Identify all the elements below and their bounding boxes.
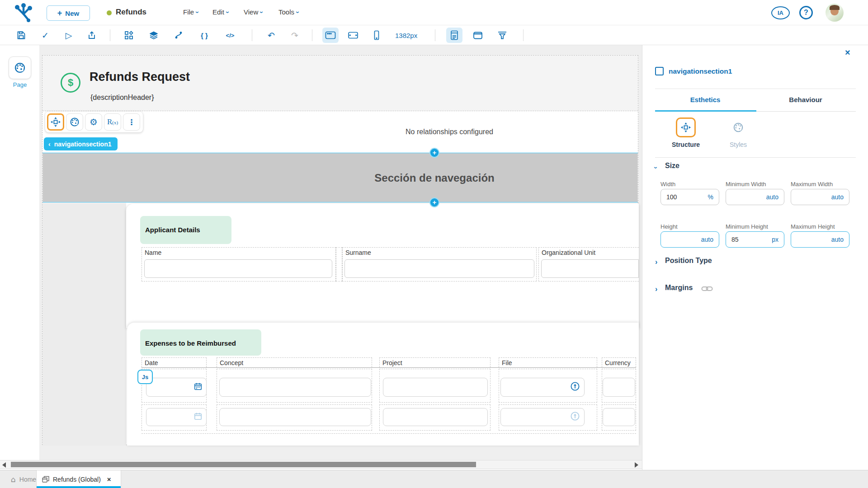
device-phone-button[interactable] bbox=[369, 28, 384, 43]
panel-close-icon[interactable]: × bbox=[845, 48, 850, 57]
subtab-structure-icon-button[interactable] bbox=[676, 117, 696, 137]
link-chain-icon[interactable] bbox=[701, 285, 713, 294]
min-width-field[interactable]: auto bbox=[726, 189, 784, 205]
height-input[interactable] bbox=[661, 232, 719, 247]
menu-tools[interactable]: Tools › bbox=[278, 8, 299, 16]
subtab-styles-label[interactable]: Styles bbox=[718, 141, 759, 148]
new-button[interactable]: + New bbox=[47, 5, 90, 21]
date-input-row1[interactable] bbox=[146, 378, 207, 397]
date-input-row2[interactable] bbox=[146, 408, 207, 426]
currency-input-row2[interactable] bbox=[603, 408, 635, 426]
margins-section-header[interactable]: Margins bbox=[665, 284, 693, 292]
col-header-date[interactable]: Date bbox=[142, 357, 207, 367]
name-input[interactable] bbox=[144, 259, 332, 278]
file-input-row2[interactable] bbox=[500, 408, 585, 426]
layers-button[interactable] bbox=[146, 28, 161, 43]
user-avatar[interactable] bbox=[826, 4, 844, 22]
project-input-row1[interactable] bbox=[383, 378, 488, 397]
applicant-section-header[interactable]: Applicant Details bbox=[140, 216, 231, 244]
device-desktop-button[interactable] bbox=[322, 28, 339, 43]
insert-below-handle[interactable]: + bbox=[429, 197, 439, 207]
export-share-button[interactable] bbox=[84, 28, 99, 43]
navigation-section-widget[interactable]: Sección de navegación bbox=[42, 153, 638, 202]
canvas-horizontal-scrollbar[interactable] bbox=[0, 460, 642, 469]
file-input-row1[interactable] bbox=[500, 378, 585, 397]
concept-input-row1[interactable] bbox=[219, 378, 371, 397]
viewport-width-value[interactable]: 1382px bbox=[395, 32, 417, 39]
col-header-concept[interactable]: Concept bbox=[217, 357, 372, 367]
view-window-button[interactable] bbox=[470, 28, 486, 43]
app-logo[interactable] bbox=[13, 2, 34, 26]
source-code-button[interactable]: </> bbox=[222, 28, 238, 43]
field-gap-cell[interactable] bbox=[336, 247, 342, 282]
min-height-field[interactable]: px bbox=[726, 231, 784, 248]
min-width-input[interactable] bbox=[726, 189, 784, 205]
scrollbar-thumb[interactable] bbox=[11, 462, 476, 467]
concept-input-row2[interactable] bbox=[219, 408, 371, 426]
size-section-header[interactable]: Size bbox=[665, 162, 679, 170]
col-header-file[interactable]: File bbox=[499, 357, 597, 367]
upload-icon[interactable] bbox=[570, 381, 580, 393]
settings-tool-button[interactable]: ⚙ bbox=[85, 113, 102, 131]
calendar-icon[interactable] bbox=[194, 382, 202, 392]
page-palette-button[interactable] bbox=[9, 56, 31, 79]
device-tablet-button[interactable] bbox=[345, 28, 361, 43]
orgunit-input[interactable] bbox=[541, 259, 639, 278]
menu-view[interactable]: View › bbox=[244, 8, 263, 16]
width-input[interactable] bbox=[661, 189, 719, 205]
currency-input-row1[interactable] bbox=[603, 378, 635, 397]
tab-esthetics[interactable]: Esthetics bbox=[655, 96, 755, 103]
tab-close-icon[interactable]: × bbox=[107, 475, 111, 483]
flow-connections-button[interactable] bbox=[171, 28, 186, 43]
structure-tool-button[interactable] bbox=[47, 113, 64, 131]
width-field[interactable]: % bbox=[660, 189, 719, 205]
expenses-section-header[interactable]: Expenses to be Reimbursed bbox=[140, 329, 261, 356]
tab-behaviour[interactable]: Behaviour bbox=[755, 96, 856, 103]
view-form-button[interactable] bbox=[446, 28, 462, 43]
element-checkbox[interactable] bbox=[655, 67, 664, 75]
page-under-edit[interactable]: $ Refunds Request {descriptionHeader} bbox=[42, 55, 638, 445]
min-height-input[interactable] bbox=[726, 232, 784, 247]
save-button[interactable] bbox=[14, 28, 29, 43]
subtab-structure-label[interactable]: Structure bbox=[665, 141, 706, 148]
chevron-right-icon[interactable]: › bbox=[655, 258, 657, 266]
chevron-left-icon: ‹ bbox=[48, 141, 51, 148]
col-header-project[interactable]: Project bbox=[379, 357, 491, 367]
redo-button[interactable]: ↷ bbox=[287, 28, 302, 43]
js-event-badge[interactable]: Js bbox=[137, 370, 153, 384]
more-options-button[interactable]: ⋮ bbox=[123, 113, 140, 131]
scroll-left-arrow[interactable] bbox=[2, 462, 6, 468]
selection-tag-navigationsection1[interactable]: ‹ navigationsection1 bbox=[44, 137, 118, 150]
filter-funnel-button[interactable] bbox=[495, 28, 510, 43]
menu-edit[interactable]: Edit › bbox=[212, 8, 229, 16]
left-rail: Page bbox=[0, 45, 39, 461]
styles-tool-button[interactable] bbox=[66, 113, 83, 131]
variables-braces-button[interactable]: { } bbox=[197, 28, 212, 43]
max-height-label: Maximum Height bbox=[791, 223, 835, 230]
subtab-styles-icon-button[interactable] bbox=[728, 117, 748, 137]
surname-input[interactable] bbox=[344, 259, 534, 278]
tab-refunds-global[interactable]: Refunds (Global) × bbox=[36, 470, 121, 488]
max-height-field[interactable]: auto bbox=[791, 231, 849, 248]
components-blocks-button[interactable] bbox=[121, 28, 137, 43]
help-button[interactable]: ? bbox=[799, 6, 813, 19]
position-type-section-header[interactable]: Position Type bbox=[665, 257, 712, 265]
commit-check-button[interactable]: ✓ bbox=[38, 28, 53, 43]
chevron-right-icon[interactable]: › bbox=[655, 286, 657, 293]
undo-button[interactable]: ↶ bbox=[264, 28, 279, 43]
height-field[interactable]: auto bbox=[660, 231, 719, 248]
page-header-band[interactable]: $ Refunds Request {descriptionHeader} bbox=[42, 56, 638, 111]
ai-assistant-button[interactable]: IA bbox=[771, 6, 790, 19]
col-header-currency[interactable]: Currency bbox=[602, 357, 636, 367]
max-width-field[interactable]: auto bbox=[791, 189, 849, 205]
menu-file[interactable]: File › bbox=[183, 8, 199, 16]
design-canvas[interactable]: $ Refunds Request {descriptionHeader} bbox=[39, 45, 642, 461]
project-input-row2[interactable] bbox=[383, 408, 488, 426]
max-height-input[interactable] bbox=[791, 232, 849, 247]
rules-tool-button[interactable]: R(x) bbox=[104, 113, 121, 131]
scroll-right-arrow[interactable] bbox=[635, 462, 638, 468]
chevron-down-icon[interactable]: › bbox=[653, 167, 659, 169]
max-width-input[interactable] bbox=[791, 189, 849, 205]
insert-above-handle[interactable]: + bbox=[429, 148, 439, 158]
run-play-button[interactable]: ▷ bbox=[61, 28, 76, 43]
